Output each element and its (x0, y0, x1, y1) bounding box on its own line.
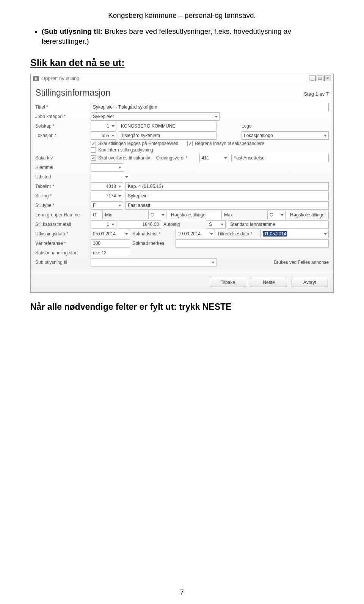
utbsted-select[interactable] (91, 173, 130, 181)
autostig-label: Autostig (163, 222, 204, 227)
tittel-label: Tittel * (35, 104, 88, 110)
stiltype-select[interactable]: F (91, 201, 123, 210)
max-select[interactable]: C (267, 211, 286, 219)
stilling-desc-input[interactable]: Sykepleier (126, 192, 329, 200)
soknadmerkes-label: Søknad merkes (132, 241, 173, 246)
form-area: Tittel * Sykepleier - Tislegård sykehjem… (35, 100, 329, 267)
form-heading: Stillingsinformasjon (35, 88, 110, 98)
titlebar: e Opprett ny stilling _ □ × (31, 74, 333, 83)
sakarkiv-label: Sakarkiv (35, 155, 88, 161)
next-button[interactable]: Neste (251, 278, 287, 287)
lonngruppe-label: Lønn gruppe/-Ramme (35, 212, 88, 218)
subutlysning-note: Brukes ved Felles annonse (274, 260, 329, 265)
soknadmerkes-input[interactable] (176, 239, 329, 248)
overfores-label: Skal overføres til sakarkiv (98, 155, 150, 161)
hjemmel-select[interactable] (91, 163, 123, 172)
back-button[interactable]: Tilbake (210, 278, 246, 287)
min-select[interactable]: C (148, 211, 166, 219)
section-title: Slik kan det nå se ut: (30, 57, 334, 68)
page-header: Kongsberg kommune – personal-og lønnsavd… (30, 11, 334, 20)
min-desc-input[interactable]: Høgskolestillinger (169, 211, 222, 219)
app-icon: e (33, 76, 39, 81)
step-indicator: Steg 1 av 7 (304, 91, 329, 97)
bullet-item: (Sub utlysning til: Brukes bare ved fell… (42, 27, 334, 46)
autostig-desc-input[interactable]: Standard lønnsramme (228, 220, 329, 229)
soknadsfrist-label: Søknadsfrist * (132, 231, 173, 237)
stilling-select[interactable]: 7174 (91, 192, 123, 200)
page-number: 7 (0, 588, 364, 596)
begrens-label: Begrens innsyn til saksbehandlere (195, 141, 264, 146)
max-label: Max (224, 212, 265, 218)
min-label: Min (105, 212, 146, 218)
intern-label: Kun intern stillingsutlysning (98, 147, 153, 153)
stilkat-label: Stil.kat/årstimetall (35, 222, 88, 227)
tabellnr-select[interactable]: 4013 (91, 182, 123, 191)
stiltype-desc-input[interactable]: Fast ansatt (126, 201, 329, 210)
ordningsverdi-select[interactable]: 411 (199, 154, 229, 162)
subutlysning-select[interactable] (91, 258, 217, 267)
bullet-label: (Sub utlysning til: (42, 27, 102, 35)
window-title: Opprett ny stilling (41, 76, 79, 81)
follow-text: Når alle nødvendige felter er fylt ut: t… (30, 302, 334, 312)
selskap-name-input[interactable]: KONGSBERG KOMMUNE (119, 122, 217, 130)
maximize-button[interactable]: □ (317, 76, 323, 81)
overfores-checkbox[interactable] (91, 155, 96, 161)
jobbkategori-select[interactable]: Sykepleier (91, 112, 220, 121)
cancel-button[interactable]: Avbryt (292, 278, 328, 287)
close-button[interactable]: × (324, 76, 331, 81)
app-window: e Opprett ny stilling _ □ × Stillingsinf… (30, 74, 334, 293)
stiltype-label: Stil.type * (35, 203, 88, 208)
stilkat-select[interactable]: 1 (91, 220, 116, 229)
tittel-input[interactable]: Sykepleier - Tislegård sykehjem (91, 103, 329, 111)
tiltredelsesdato-select[interactable]: 01.05.2014 (260, 230, 329, 238)
stilkat-num-input[interactable]: 1846,00 (119, 220, 161, 229)
begrens-checkbox[interactable] (187, 141, 193, 146)
bullet-list: (Sub utlysning til: Brukes bare ved fell… (42, 27, 334, 46)
enterpriseweb-checkbox[interactable] (91, 141, 96, 146)
ordningsverdi-label: Ordningsverdi * (156, 155, 197, 161)
lokasjon-code-select[interactable]: 655 (91, 131, 116, 140)
max-desc-input[interactable]: Høgskolestillinger (288, 211, 329, 219)
jobbkategori-label: Jobb kategori * (35, 114, 88, 119)
lokasjon-label: Lokasjon * (35, 133, 88, 138)
ordningsverdi-desc-input[interactable]: Fast Ansettelse (231, 154, 329, 162)
tiltredelsesdato-label: Tiltredelsesdato * (217, 231, 258, 237)
varreferanse-input[interactable]: 100 (91, 239, 130, 248)
logo-label: Logo (242, 123, 282, 129)
tiltredelsesdato-value: 01.05.2014 (263, 231, 287, 237)
tabellnr-desc-input[interactable]: Kap. 4 (01.05.13) (126, 182, 329, 191)
utbsted-label: Utbsted (35, 174, 88, 180)
saksbehandling-input[interactable]: uke 13 (91, 249, 130, 257)
stilling-label: Stilling * (35, 193, 88, 199)
selskap-label: Selskap * (35, 123, 88, 129)
selskap-code-select[interactable]: 1 (91, 122, 116, 130)
varreferanse-label: Vår referanse * (35, 241, 88, 246)
tabellnr-label: Tabellnr * (35, 184, 88, 189)
button-bar: Tilbake Neste Avbryt (31, 273, 333, 292)
enterpriseweb-label: Skal stillingen legges på EnterpriseWeb (98, 141, 178, 146)
lokasjon-name-input[interactable]: Tislegård sykehjem (119, 131, 217, 140)
autostig-select[interactable]: S (207, 220, 226, 229)
utlysningsdato-label: Utlysningsdato * (35, 231, 88, 237)
saksbehandling-label: Saksbehandling start (35, 250, 88, 255)
hjemmel-label: Hjemmel (35, 165, 88, 170)
subutlysning-label: Sub utlysning til (35, 260, 88, 265)
minimize-button[interactable]: _ (309, 76, 316, 81)
utlysningsdato-select[interactable]: 05.03.2014 (91, 230, 130, 238)
lonngruppe-input[interactable]: G (91, 211, 103, 219)
intern-checkbox[interactable] (91, 147, 96, 153)
soknadsfrist-select[interactable]: 19.03.2014 (176, 230, 215, 238)
lokasjonslogo-select[interactable]: Lokasjonslogo (242, 131, 329, 140)
